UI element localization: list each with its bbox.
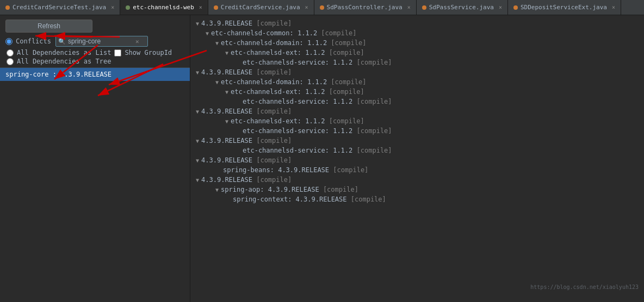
tab-icon [214,5,218,10]
tree-node-scope: [compile] [329,88,364,96]
tree-item[interactable]: ▼4.3.9.RELEASE [compile] [190,67,644,77]
tab-etc-channelsd-web[interactable]: etc-channelsd-web × [120,0,208,15]
tree-text: etc-channelsd-service: 1.1.2 [compile] [243,127,392,135]
tree-item[interactable]: ▼spring-aop: 4.3.9.RELEASE [compile] [190,185,644,194]
tree-arrow-icon: ▼ [225,89,228,95]
tab-icon [320,5,324,10]
tab-label: CreditCardServiceTest.java [13,4,106,11]
tree-node-version: : 1.1.2 [325,98,353,105]
tab-close-icon[interactable]: × [111,4,114,10]
tree-node-scope: [compile] [357,127,392,135]
tree-node-name: etc-channelsd-common [211,29,290,37]
refresh-button[interactable]: Refresh [5,20,92,33]
list-item[interactable]: spring-core : 4.3.9.RELEASE [0,68,190,81]
tree-node-name: 4.3.9.RELEASE [201,156,252,164]
tree-item[interactable]: ▼etc-channelsd-ext: 1.1.2 [compile] [190,116,644,126]
tree-item[interactable]: spring-beans: 4.3.9.RELEASE [compile] [190,165,644,175]
tab-close-icon[interactable]: × [305,4,308,10]
tree-item[interactable]: etc-channelsd-service: 1.1.2 [compile] [190,146,644,155]
tab-close-icon[interactable]: × [199,4,202,10]
tree-text: 4.3.9.RELEASE [compile] [201,20,292,27]
tree-item[interactable]: ▼4.3.9.RELEASE [compile] [190,155,644,165]
tree-node-scope: [compile] [321,29,356,37]
tree-item[interactable]: ▼4.3.9.RELEASE [compile] [190,106,644,116]
tree-text: 4.3.9.RELEASE [compile] [201,68,292,76]
tree-node-version: : 1.1.2 [298,49,325,56]
tree-node-name: etc-channelsd-service [243,98,325,105]
tree-text: spring-aop: 4.3.9.RELEASE [compile] [221,186,358,193]
tree-node-version: : 1.1.2 [325,147,353,154]
tree-text: etc-channelsd-ext: 1.1.2 [compile] [231,117,364,125]
tree-item[interactable]: etc-channelsd-service: 1.1.2 [compile] [190,126,644,136]
search-input[interactable] [68,37,133,45]
tree-text: spring-context: 4.3.9.RELEASE [compile] [233,196,386,203]
tree-item[interactable]: spring-context: 4.3.9.RELEASE [compile] [190,194,644,204]
tree-item[interactable]: ▼4.3.9.RELEASE [compile] [190,136,644,146]
tree-node-version: : 1.1.2 [300,78,327,86]
tab-label: SDDepositServiceExt.java [521,4,607,11]
search-clear-icon[interactable]: ✕ [135,38,139,45]
tree-item[interactable]: etc-channelsd-service: 1.1.2 [compile] [190,97,644,106]
dependency-tree: ▼4.3.9.RELEASE [compile]▼etc-channelsd-c… [190,17,644,205]
dependency-list: spring-core : 4.3.9.RELEASE [0,68,190,302]
tab-creditcardservice[interactable]: CreditCardService.java × [208,0,314,15]
tree-item[interactable]: ▼etc-channelsd-domain: 1.1.2 [compile] [190,77,644,87]
tree-item[interactable]: ▼etc-channelsd-ext: 1.1.2 [compile] [190,87,644,97]
tree-text: etc-channelsd-ext: 1.1.2 [compile] [231,49,364,56]
tree-item[interactable]: etc-channelsd-service: 1.1.2 [compile] [190,58,644,67]
tree-text: etc-channelsd-domain: 1.1.2 [compile] [221,78,366,86]
tab-icon [5,5,10,10]
conflicts-radio[interactable] [5,38,13,45]
tab-creditcardservicetest[interactable]: CreditCardServiceTest.java × [0,0,120,15]
tree-node-scope: [compile] [331,39,366,47]
tree-node-name: spring-context [233,196,288,203]
tab-close-icon[interactable]: × [612,4,615,10]
tree-node-version: : 1.1.2 [300,39,327,47]
conflicts-row: Conflicts 🔍 ✕ [5,36,184,47]
tree-item[interactable]: ▼4.3.9.RELEASE [compile] [190,175,644,185]
tab-close-icon[interactable]: × [407,4,411,10]
conflicts-radio-group: Conflicts [5,37,51,45]
tree-item[interactable]: ▼etc-channelsd-common: 1.1.2 [compile] [190,28,644,38]
show-groupid-checkbox[interactable] [114,49,121,56]
dep-item-label: spring-core : 4.3.9.RELEASE [5,71,112,78]
tree-arrow-icon: ▼ [215,40,219,46]
tree-node-name: etc-channelsd-service [243,147,325,154]
deps-tree-radio[interactable] [7,58,14,65]
tab-sdpasscontroller[interactable]: SdPassController.java × [314,0,417,15]
tree-node-version: : 1.1.2 [290,29,318,37]
tree-node-name: etc-channelsd-ext [231,49,298,56]
tree-node-name: 4.3.9.RELEASE [201,20,252,27]
search-icon: 🔍 [58,38,66,45]
tab-icon [126,5,130,10]
tab-sddepositserviceext[interactable]: SDDepositServiceExt.java × [508,0,621,15]
deps-list-radio[interactable] [7,49,14,56]
tree-text: etc-channelsd-common: 1.1.2 [compile] [211,29,356,37]
tree-node-scope: [compile] [256,108,292,115]
tab-close-icon[interactable]: × [499,4,502,10]
tree-node-name: spring-aop [221,186,260,193]
tree-item[interactable]: ▼etc-channelsd-domain: 1.1.2 [compile] [190,38,644,48]
tree-text: 4.3.9.RELEASE [compile] [201,156,292,164]
tree-node-name: etc-channelsd-domain [221,78,300,86]
tree-text: etc-channelsd-service: 1.1.2 [compile] [243,147,392,154]
deps-list-label: All Dependencies as List [17,49,111,56]
right-panel: ▼4.3.9.RELEASE [compile]▼etc-channelsd-c… [190,15,644,302]
tree-node-version: : 4.3.9.RELEASE [260,186,319,193]
tree-node-version: : 1.1.2 [298,117,325,125]
tree-item[interactable]: ▼etc-channelsd-ext: 1.1.2 [compile] [190,48,644,58]
tree-node-scope: [compile] [323,186,358,193]
tree-node-name: etc-channelsd-ext [231,88,298,96]
tree-text: etc-channelsd-domain: 1.1.2 [compile] [221,39,366,47]
tree-node-scope: [compile] [256,20,292,27]
tree-arrow-icon: ▼ [196,158,199,163]
tree-node-scope: [compile] [256,68,292,76]
all-deps-tree-row: All Dependencies as Tree [5,58,184,65]
all-deps-list-row: All Dependencies as List Show GroupId [5,49,184,56]
tab-sdpassservice[interactable]: SdPassService.java × [417,0,508,15]
tree-node-scope: [compile] [357,98,392,105]
tab-bar: CreditCardServiceTest.java × etc-channel… [0,0,644,15]
tab-label: SdPassController.java [327,4,403,11]
tree-item[interactable]: ▼4.3.9.RELEASE [compile] [190,18,644,28]
conflicts-label: Conflicts [16,37,51,45]
